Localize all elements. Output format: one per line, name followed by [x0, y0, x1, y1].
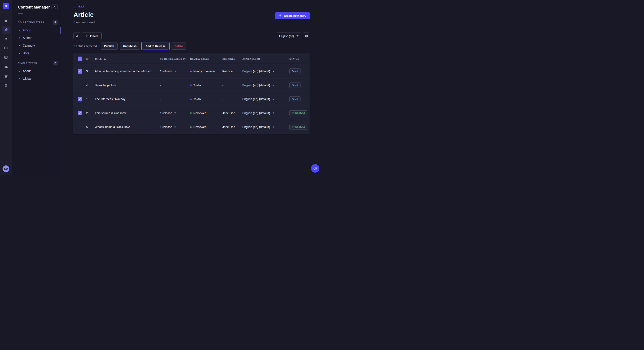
cell-id: 2 — [86, 111, 95, 115]
delete-button[interactable]: Delete — [171, 42, 186, 49]
locale-select[interactable]: English (en) — [276, 32, 301, 39]
media-library-icon[interactable] — [2, 44, 10, 52]
user-avatar[interactable]: KD — [2, 166, 9, 172]
sidebar-section: COLLECTION TYPES 4 Article Author Catego… — [12, 18, 61, 57]
sidebar-item[interactable]: Category — [12, 42, 61, 49]
release-dropdown[interactable]: 1 release — [160, 111, 176, 115]
release-dropdown[interactable]: - — [160, 97, 161, 101]
cell-id: 3 — [86, 70, 95, 73]
check-icon — [78, 70, 81, 72]
content-manager-icon[interactable] — [2, 26, 10, 34]
app-window: KD Content Manager COLLECTION TYPES 4 Ar… — [0, 0, 322, 175]
stage-dot-icon — [190, 98, 192, 100]
release-dropdown[interactable]: 1 release — [160, 125, 176, 129]
table-row[interactable]: 4 Beautiful picture - To do - English (e… — [74, 78, 310, 92]
header-release: TO BE RELEASED IN — [160, 58, 190, 60]
add-to-release-button[interactable]: Add to Release — [142, 42, 169, 49]
release-value: 1 release — [160, 125, 172, 129]
sidebar-item[interactable]: About — [12, 67, 61, 75]
marketplace-cart-icon[interactable] — [2, 72, 10, 80]
cell-assignee: - — [222, 97, 242, 101]
table-row[interactable]: 1 The internet's Own boy - To do - Engli… — [74, 92, 310, 106]
sidebar-item[interactable]: User — [12, 49, 61, 57]
sidebar-item[interactable]: Article — [12, 26, 61, 34]
content-type-builder-icon[interactable] — [2, 54, 10, 61]
available-value: English (en) (default) — [242, 111, 270, 115]
chevron-down-icon — [272, 71, 274, 72]
sidebar-item[interactable]: Global — [12, 75, 61, 82]
release-dropdown[interactable]: 1 release — [160, 70, 176, 73]
sidebar-item-label: User — [23, 51, 29, 55]
sidebar-item-label: Author — [23, 36, 32, 39]
section-label: COLLECTION TYPES — [18, 21, 44, 24]
list-search-button[interactable] — [74, 32, 80, 39]
sidebar-search-button[interactable] — [52, 4, 58, 10]
stage-dot-icon — [190, 71, 192, 72]
available-in-dropdown[interactable]: English (en) (default) — [242, 70, 274, 73]
table-row[interactable]: 3 A bug is becoming a meme on the intern… — [74, 64, 310, 78]
row-checkbox[interactable] — [78, 125, 82, 129]
publish-button[interactable]: Publish — [101, 42, 118, 49]
cell-id: 5 — [86, 125, 95, 129]
deploy-cloud-icon[interactable] — [2, 63, 10, 71]
table-row[interactable]: 5 What's inside a Black Hole 1 release R… — [74, 120, 310, 134]
releases-icon[interactable] — [2, 35, 10, 43]
sidebar-item-label: Global — [23, 77, 31, 80]
section-count-badge: 2 — [52, 61, 58, 65]
available-in-dropdown[interactable]: English (en) (default) — [242, 97, 274, 101]
plus-icon — [279, 14, 282, 18]
row-checkbox[interactable] — [78, 83, 82, 87]
stage-dot-icon — [190, 84, 192, 86]
cell-review-stage: To do — [193, 84, 200, 87]
list-settings-button[interactable] — [303, 32, 310, 39]
cell-title: Beautiful picture — [95, 84, 160, 87]
cell-id: 4 — [86, 84, 95, 87]
settings-gear-icon[interactable] — [2, 82, 10, 89]
back-arrow-icon: ← — [74, 5, 77, 8]
status-badge: Published — [290, 124, 307, 130]
section-count-badge: 4 — [52, 20, 58, 25]
content-manager-sidebar: Content Manager COLLECTION TYPES 4 Artic… — [12, 0, 61, 175]
section-label: SINGLE TYPES — [18, 62, 37, 64]
home-icon[interactable] — [2, 17, 10, 25]
row-checkbox[interactable] — [78, 97, 82, 101]
available-value: English (en) (default) — [242, 70, 270, 73]
available-in-dropdown[interactable]: English (en) (default) — [242, 125, 274, 129]
chevron-down-icon — [174, 71, 176, 72]
help-button[interactable] — [311, 164, 320, 173]
status-badge: Draft — [290, 96, 300, 102]
chevron-down-icon — [272, 99, 274, 100]
search-icon — [53, 6, 56, 9]
cell-assignee: Kai Doe — [222, 70, 242, 73]
release-dropdown[interactable]: - — [160, 84, 161, 87]
available-value: English (en) (default) — [242, 97, 270, 101]
sidebar-item-label: Category — [23, 44, 35, 47]
header-title[interactable]: TITLE — [95, 58, 160, 60]
entries-count: 5 entries found — [74, 20, 310, 24]
strapi-logo-icon[interactable] — [3, 3, 9, 9]
available-in-dropdown[interactable]: English (en) (default) — [242, 111, 274, 115]
cell-assignee: - — [222, 84, 242, 87]
release-value: 1 release — [160, 70, 172, 73]
available-in-dropdown[interactable]: English (en) (default) — [242, 84, 274, 87]
filters-button[interactable]: Filters — [82, 32, 102, 39]
sidebar-item[interactable]: Author — [12, 34, 61, 42]
select-all-checkbox[interactable] — [78, 57, 82, 61]
cell-review-stage: Ready to review — [193, 70, 215, 73]
unpublish-button[interactable]: Unpublish — [120, 42, 140, 49]
row-checkbox[interactable] — [78, 69, 82, 74]
main-content: ← Back Article 5 entries found Create ne… — [61, 0, 322, 175]
table-header-row: ID TITLE TO BE RELEASED IN REVIEW STAGE … — [74, 53, 310, 64]
sidebar-sections: COLLECTION TYPES 4 Article Author Catego… — [12, 18, 61, 82]
row-checkbox[interactable] — [78, 111, 82, 115]
question-circle-icon — [313, 166, 317, 171]
cell-title: What's inside a Black Hole — [95, 125, 160, 129]
table-row[interactable]: 2 This shrimp is awesome 1 release Revie… — [74, 106, 310, 120]
back-link[interactable]: ← Back — [74, 5, 84, 8]
header-assignee: ASSIGNEE — [222, 58, 242, 60]
chevron-down-icon — [174, 127, 176, 128]
check-icon — [78, 112, 81, 114]
cell-title: The internet's Own boy — [95, 97, 160, 101]
bullet-icon — [19, 45, 20, 46]
create-new-entry-button[interactable]: Create new entry — [275, 12, 310, 19]
